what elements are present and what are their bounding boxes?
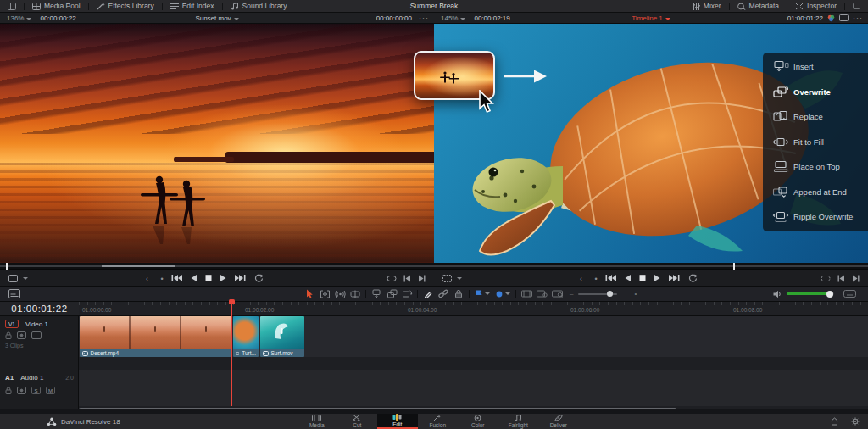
volume-knob[interactable] [826, 291, 833, 298]
media-pool-button[interactable]: Media Pool [25, 0, 88, 12]
menu-item-append-at-end[interactable]: Append at End [763, 180, 868, 205]
track-lock-icon[interactable] [5, 387, 12, 394]
goto-last-frame-button[interactable] [235, 274, 246, 282]
metadata-button[interactable]: Metadata [730, 0, 787, 12]
loop-playback-button[interactable] [687, 274, 698, 282]
source-clip-name-select[interactable]: Sunset.mov [0, 14, 434, 22]
custom-zoom-button[interactable] [549, 287, 565, 302]
selection-mode-button[interactable] [302, 287, 317, 302]
play-button[interactable] [654, 274, 661, 282]
play-reverse-button[interactable] [190, 274, 198, 282]
tab-fairlight[interactable]: Fairlight [498, 414, 539, 429]
track-lock-icon[interactable] [5, 332, 12, 339]
tab-media[interactable]: Media [297, 414, 337, 429]
audio-track-lane[interactable] [79, 370, 868, 406]
play-button[interactable] [220, 274, 227, 282]
project-manager-icon[interactable] [830, 417, 839, 426]
track-enable-icon[interactable] [31, 332, 42, 339]
auto-select-icon[interactable] [17, 332, 26, 339]
play-reverse-button[interactable] [624, 274, 632, 282]
effects-library-button[interactable]: Effects Library [89, 0, 162, 12]
auto-select-icon[interactable] [17, 387, 26, 394]
timeline-ruler[interactable]: 01:00:00:00 01:00:02:00 01:00:04:00 01:0… [79, 302, 868, 316]
audio-volume-slider[interactable] [787, 292, 834, 295]
goto-first-frame-button[interactable] [605, 274, 616, 282]
replace-clip-button[interactable] [399, 287, 415, 302]
menu-item-insert[interactable]: Insert [763, 54, 868, 80]
timeline-scrubber-playhead[interactable] [733, 263, 735, 270]
timeline-playhead[interactable] [231, 302, 233, 406]
append-at-end-icon [772, 186, 789, 198]
tab-color[interactable]: Color [458, 414, 498, 429]
clip-surf[interactable]: Surf.mov [260, 316, 304, 357]
video-track-badge[interactable]: V1 [5, 320, 19, 328]
timeline-name-select[interactable]: Timeline 1 [434, 14, 868, 22]
solo-button[interactable]: S [31, 387, 41, 394]
window-layout-button[interactable] [845, 0, 868, 12]
overwrite-clip-button[interactable] [384, 287, 399, 302]
menu-item-fit-to-fill[interactable]: Fit to Fill [763, 130, 868, 155]
audio-track-badge[interactable]: A1 [5, 374, 14, 382]
menu-item-replace[interactable]: Replace [763, 104, 868, 130]
stop-button[interactable] [639, 274, 646, 282]
menu-item-label: Place on Top [793, 162, 840, 171]
tab-cut[interactable]: Cut [337, 414, 378, 429]
goto-in-icon[interactable] [837, 275, 845, 282]
audio-track-header[interactable]: A1 Audio 1 2.0 S M [0, 370, 79, 406]
timeline-scrubber[interactable] [434, 263, 868, 270]
source-viewer[interactable] [0, 24, 434, 263]
timeline-view-options-button[interactable] [7, 287, 22, 302]
inspector-button[interactable]: Inspector [787, 0, 844, 12]
menu-item-ripple-overwrite[interactable]: Ripple Overwrite [763, 204, 868, 230]
video-track-lane[interactable]: Desert.mp4 Turt... Surf.mov [79, 316, 868, 357]
snapping-button[interactable] [420, 287, 436, 302]
goto-first-frame-button[interactable] [171, 274, 182, 282]
goto-last-frame-button[interactable] [669, 274, 680, 282]
flag-dropdown-button[interactable] [472, 287, 492, 302]
match-frame-icon[interactable] [821, 275, 831, 282]
source-scrubber-playhead[interactable] [6, 263, 8, 270]
mixer-button[interactable]: Mixer [685, 0, 729, 12]
ruler-label: 01:00:02:00 [245, 307, 274, 313]
clip-desert[interactable]: Desert.mp4 [80, 316, 231, 357]
detail-zoom-button[interactable] [534, 287, 549, 302]
full-extent-zoom-button[interactable] [519, 287, 534, 302]
speaker-icon[interactable] [773, 290, 782, 298]
mute-button[interactable]: M [46, 387, 55, 394]
goto-in-icon[interactable] [403, 275, 411, 282]
timeline-zoom-slider[interactable] [578, 293, 617, 295]
sound-library-button[interactable]: Sound Library [223, 0, 295, 12]
menu-item-place-on-top[interactable]: Place on Top [763, 154, 868, 180]
timeline-timecode-display: 01:00:01:22 [0, 302, 79, 316]
source-scrubber[interactable] [0, 263, 434, 270]
zoom-slider-knob[interactable] [607, 291, 613, 297]
settings-gear-icon[interactable] [851, 417, 860, 426]
divider [417, 290, 418, 298]
edit-index-button[interactable]: Edit Index [163, 0, 222, 12]
davinci-resolve-window: Media Pool Effects Library Edit Index So… [0, 0, 868, 429]
insert-clip-button[interactable] [369, 287, 384, 302]
video-track-header[interactable]: V1 Video 1 3 Clips [0, 316, 79, 357]
goto-out-icon[interactable] [418, 275, 426, 282]
menu-item-overwrite[interactable]: Overwrite [763, 80, 868, 105]
clip-turtle[interactable]: Turt... [233, 316, 259, 357]
workspace-toggle-button[interactable] [0, 0, 24, 12]
dynamic-trim-mode-button[interactable] [332, 287, 348, 302]
track-header-column: 01:00:01:22 V1 Video 1 3 Clips A1 Audio … [0, 302, 79, 410]
tab-edit[interactable]: Edit [377, 414, 418, 429]
loop-playback-button[interactable] [253, 274, 264, 282]
linked-selection-button[interactable] [436, 287, 451, 302]
position-lock-button[interactable] [451, 287, 466, 302]
tab-deliver[interactable]: Deliver [538, 414, 579, 429]
tab-fusion[interactable]: Fusion [418, 414, 459, 429]
meters-toggle-icon[interactable] [843, 290, 856, 298]
trim-edit-mode-button[interactable] [317, 287, 332, 302]
menu-item-label: Replace [793, 112, 823, 121]
mixer-icon [693, 3, 700, 10]
thumbnail-surfers [437, 70, 463, 92]
blade-edit-mode-button[interactable] [348, 287, 363, 302]
goto-out-icon[interactable] [852, 275, 860, 282]
marker-dropdown-button[interactable] [492, 287, 513, 302]
stop-button[interactable] [205, 274, 212, 282]
match-frame-icon[interactable] [387, 275, 397, 282]
